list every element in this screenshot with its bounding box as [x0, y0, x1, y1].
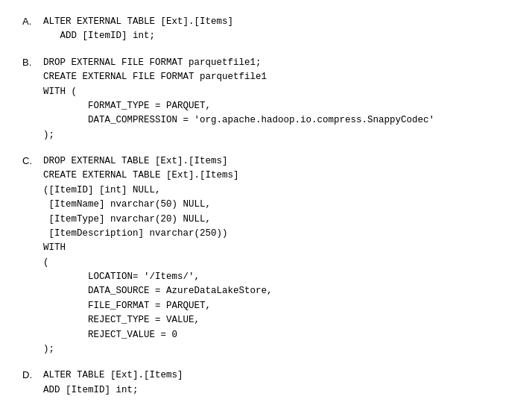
code-line: FORMAT_TYPE = PARQUET, [43, 99, 510, 113]
option-block-d: D.ALTER TABLE [Ext].[Items]ADD [ItemID] … [22, 368, 510, 398]
code-line: LOCATION= '/Items/', [43, 270, 510, 284]
code-line: ADD [ItemID] int; [43, 29, 510, 43]
option-letter-3: D. [22, 368, 43, 380]
option-letter-0: A. [22, 15, 43, 27]
code-line: ); [43, 342, 510, 357]
code-line: FILE_FORMAT = PARQUET, [43, 299, 510, 313]
option-content-3: ALTER TABLE [Ext].[Items]ADD [ItemID] in… [43, 368, 510, 398]
code-line: [ItemType] nvarchar(20) NULL, [43, 213, 510, 227]
code-line: REJECT_TYPE = VALUE, [43, 313, 510, 327]
option-letter-2: C. [22, 154, 43, 166]
option-block-a: A.ALTER EXTERNAL TABLE [Ext].[Items] ADD… [22, 15, 510, 44]
code-line: CREATE EXTERNAL FILE FORMAT parquetfile1 [43, 70, 510, 84]
code-line: WITH [43, 241, 510, 255]
code-line: DATA_COMPRESSION = 'org.apache.hadoop.io… [43, 113, 510, 128]
code-line: DATA_SOURCE = AzureDataLakeStore, [43, 284, 510, 298]
option-content-2: DROP EXTERNAL TABLE [Ext].[Items]CREATE … [43, 154, 510, 357]
option-letter-1: B. [22, 56, 43, 68]
code-line: WITH ( [43, 85, 510, 99]
code-line: ([ItemID] [int] NULL, [43, 183, 510, 198]
code-line: DROP EXTERNAL FILE FORMAT parquetfile1; [43, 56, 510, 70]
option-block-b: B.DROP EXTERNAL FILE FORMAT parquetfile1… [22, 56, 510, 142]
option-content-0: ALTER EXTERNAL TABLE [Ext].[Items] ADD [… [43, 15, 510, 44]
option-content-1: DROP EXTERNAL FILE FORMAT parquetfile1;C… [43, 56, 510, 142]
code-line: ALTER EXTERNAL TABLE [Ext].[Items] [43, 15, 510, 29]
code-line: DROP EXTERNAL TABLE [Ext].[Items] [43, 154, 510, 169]
code-line: CREATE EXTERNAL TABLE [Ext].[Items] [43, 169, 510, 183]
code-line: ); [43, 128, 510, 142]
code-line: REJECT_VALUE = 0 [43, 328, 510, 342]
code-line: [ItemName] nvarchar(50) NULL, [43, 198, 510, 212]
options-container: A.ALTER EXTERNAL TABLE [Ext].[Items] ADD… [22, 15, 510, 398]
code-line: ADD [ItemID] int; [43, 383, 510, 398]
code-line: ( [43, 256, 510, 270]
code-line: ALTER TABLE [Ext].[Items] [43, 368, 510, 383]
code-line: [ItemDescription] nvarchar(250)) [43, 227, 510, 241]
option-block-c: C.DROP EXTERNAL TABLE [Ext].[Items]CREAT… [22, 154, 510, 357]
